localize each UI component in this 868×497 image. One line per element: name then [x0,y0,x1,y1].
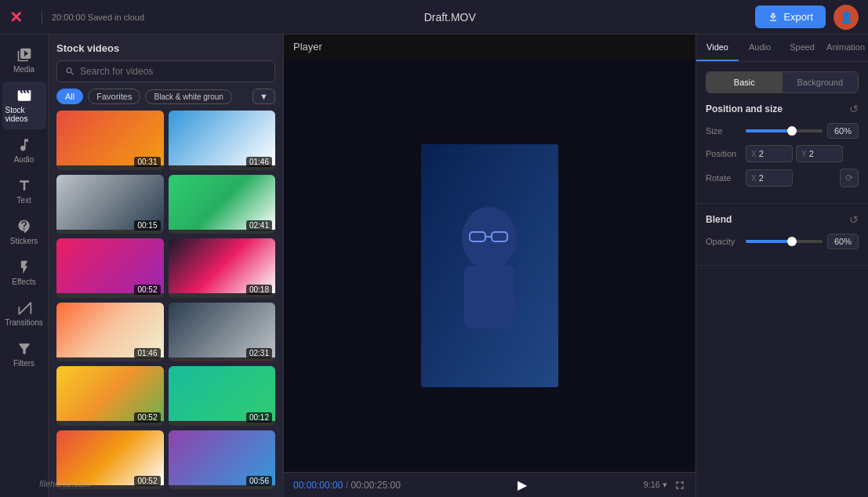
position-row: Position X 2 Y 2 [706,145,859,162]
opacity-slider[interactable] [746,240,823,243]
filter-all[interactable]: All [56,89,83,104]
tab-animation[interactable]: Animation [823,34,868,61]
size-value: 60% [827,123,859,139]
video-thumb-2[interactable]: 01:46 [169,111,276,170]
rotate-x-label: X [751,174,757,183]
video-thumb-12[interactable]: 00:56 [169,430,276,490]
export-button[interactable]: Export [755,5,826,28]
duration-10: 00:12 [246,412,272,423]
sidebar-label-filters: Filters [13,359,35,368]
position-size-title: Position and size [706,103,783,114]
tab-video[interactable]: Video [696,34,739,61]
watermark-text: filehorse.com [39,479,90,488]
position-x-input[interactable]: X 2 [746,145,793,162]
position-size-header: Position and size ↺ [706,103,859,115]
position-y-input[interactable]: Y 2 [796,145,843,162]
sidebar-label-media: Media [13,65,35,74]
position-inputs: X 2 Y 2 [746,145,859,162]
search-input[interactable] [80,66,267,77]
filter-bar: All Favorites Black & white groun ▼ [56,89,275,104]
saved-status: 20:00:00 Saved in cloud [52,13,144,22]
stickers-icon [16,219,32,234]
right-panel: Video Audio Speed Animation Basic Backgr… [695,34,868,497]
video-thumb-4[interactable]: 02:41 [169,175,276,234]
preview-image [421,144,558,387]
sidebar-item-effects[interactable]: Effects [2,253,46,292]
search-box [56,60,275,82]
svg-rect-7 [421,144,558,387]
player-controls: 00:00:00:00 / 00:00:25:00 ▶ 9:16 ▾ [284,472,695,497]
sidebar-item-stock-videos[interactable]: Stock videos [2,82,46,129]
total-time: 00:00:25:00 [350,480,400,491]
transitions-icon [16,300,32,316]
video-thumb-3[interactable]: 00:15 [56,175,164,234]
opacity-label: Opacity [706,237,741,246]
effects-icon [16,259,32,275]
export-label: Export [783,11,813,23]
stock-videos-panel: Stock videos All Favorites Black & white… [49,34,284,497]
mode-buttons: Basic Background [706,71,859,93]
duration-7: 01:46 [134,348,160,358]
right-tabs: Video Audio Speed Animation [696,34,868,62]
tab-speed[interactable]: Speed [781,34,823,61]
duration-8: 02:31 [246,348,272,358]
watermark: filehorse.com [39,478,90,489]
sidebar-label-stock: Stock videos [5,106,43,123]
user-avatar[interactable]: 👤 [833,5,859,30]
video-thumb-1[interactable]: 00:31 [56,111,164,170]
topbar: ✕ 20:00:00 Saved in cloud Draft.MOV Expo… [0,0,868,34]
video-grid: 00:31 01:46 00:15 02:41 00:52 00:18 01:4… [56,111,275,489]
stock-panel-title: Stock videos [56,42,275,54]
sidebar-item-transitions[interactable]: Transitions [2,294,46,333]
blend-reset[interactable]: ↺ [849,213,859,226]
blend-title: Blend [706,214,732,225]
tab-audio[interactable]: Audio [739,34,781,61]
aspect-ratio: 9:16 ▾ [644,480,667,490]
rotate-inputs: X 2 [746,169,835,187]
sidebar-item-stickers[interactable]: Stickers [2,212,46,252]
video-preview [421,144,558,387]
duration-5: 00:52 [134,285,160,295]
sidebar-item-filters[interactable]: Filters [2,335,46,374]
size-slider[interactable] [746,129,823,132]
stock-videos-icon [16,88,32,103]
export-icon [768,12,779,23]
video-thumb-10[interactable]: 00:12 [169,366,276,426]
fullscreen-icon[interactable] [674,479,686,492]
media-icon [16,47,32,63]
position-y-value: 2 [809,149,814,158]
filter-favorites[interactable]: Favorites [88,89,140,104]
size-label: Size [706,126,741,136]
filters-icon [16,341,32,357]
blend-section: Blend ↺ Opacity 60% [696,204,868,266]
video-thumb-5[interactable]: 00:52 [56,238,164,298]
mode-background[interactable]: Background [783,72,859,93]
rotate-x-value: 2 [759,173,764,183]
player-time: 00:00:00:00 / 00:00:25:00 [293,480,401,491]
rotate-action-button[interactable]: ⟳ [840,169,859,187]
document-title: Draft.MOV [144,11,755,24]
filter-bw[interactable]: Black & white groun [145,89,231,104]
x-label: X [751,150,757,158]
app-logo: ✕ [9,8,23,27]
sidebar-label-audio: Audio [14,155,35,164]
duration-2: 01:46 [246,157,272,167]
sidebar-item-text[interactable]: Text [2,172,46,211]
video-thumb-9[interactable]: 00:52 [56,366,164,426]
sidebar-item-audio[interactable]: Audio [2,131,46,170]
position-label: Position [706,149,741,158]
duration-3: 00:15 [134,220,160,230]
video-thumb-7[interactable]: 01:46 [56,303,164,362]
rotate-x-input[interactable]: X 2 [746,169,793,187]
search-icon [65,66,75,77]
sidebar-item-media[interactable]: Media [2,41,46,80]
audio-icon [16,137,32,153]
text-icon [16,178,32,194]
play-button[interactable]: ▶ [518,477,527,492]
duration-4: 02:41 [246,220,272,230]
mode-basic[interactable]: Basic [706,72,783,93]
video-thumb-6[interactable]: 00:18 [169,238,276,298]
filter-dropdown[interactable]: ▼ [252,89,275,104]
video-thumb-8[interactable]: 02:31 [169,303,276,362]
position-size-reset[interactable]: ↺ [849,103,859,115]
